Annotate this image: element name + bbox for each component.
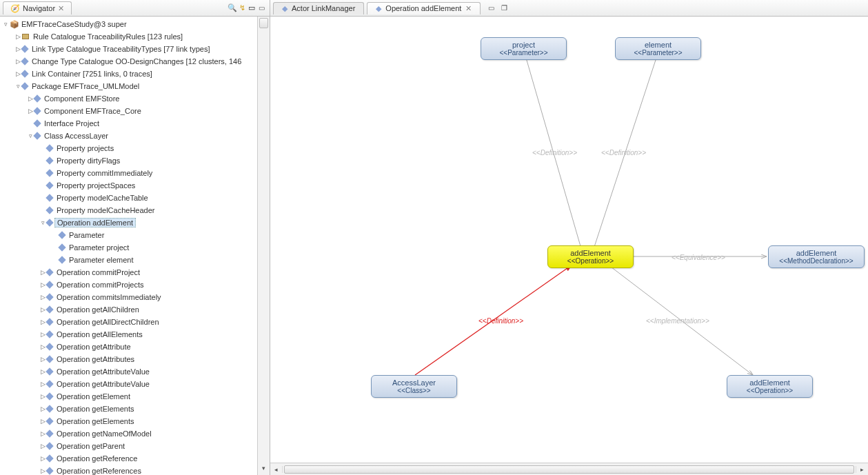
tree-item[interactable]: ▷Operation commitsImmediately — [0, 291, 270, 303]
diamond-icon — [46, 293, 53, 301]
tree-item[interactable]: ▷Operation getParent — [0, 440, 270, 452]
tree-item[interactable]: Property modelCacheHeader — [0, 204, 270, 216]
tab-operation-addelement[interactable]: ◆ Operation addElement ✕ — [367, 2, 481, 14]
navigator-header: 🧭 Navigator ✕ 🔍 ↯ ▭ ▭ — [0, 0, 270, 17]
diamond-icon — [46, 181, 53, 189]
tree-item[interactable]: Interface Project — [0, 117, 270, 130]
diamond-icon — [46, 367, 53, 375]
tree-item[interactable]: Parameter — [0, 229, 270, 241]
tree-item-label: Property commitImmediately — [54, 169, 154, 177]
diamond-icon — [58, 231, 65, 239]
tree-item[interactable]: ▷Link Type Catalogue TraceabilityTypes [… — [0, 43, 270, 55]
tree-item[interactable]: ▷Operation getElements — [0, 403, 270, 415]
diamond-icon — [46, 156, 53, 164]
scroll-left-icon[interactable]: ◂ — [270, 466, 283, 473]
tree-item[interactable]: ▷Operation getReferences — [0, 465, 270, 475]
tree-item[interactable]: ▷Link Container [7251 links, 0 traces] — [0, 68, 270, 80]
close-icon[interactable]: ✕ — [58, 4, 64, 13]
maximize-icon[interactable]: ❐ — [499, 4, 509, 12]
navigator-tree[interactable]: ▿ 📦 EMFTraceCaseStudy@3 super ▷Rule Cata… — [0, 17, 270, 475]
tree-item[interactable]: ▿Package EMFTrace_UMLModel — [0, 80, 270, 92]
tree-item-label: Link Type Catalogue TraceabilityTypes [7… — [30, 45, 212, 53]
tree-item[interactable]: ▷Operation getAttributes — [0, 353, 270, 365]
tree-item-label: Operation getAttributeValue — [54, 380, 152, 388]
chevron-down-icon[interactable]: ▿ — [1, 21, 10, 28]
node-addelement-methoddecl[interactable]: addElement <<MethodDeclaration>> — [768, 245, 865, 268]
tree-item[interactable]: ▷Operation getAttribute — [0, 341, 270, 353]
tree-item-label: Component EMFTrace_Core — [42, 107, 143, 115]
scroll-down-icon[interactable]: ▾ — [258, 463, 270, 475]
node-element-parameter[interactable]: element <<Parameter>> — [615, 37, 701, 60]
tree-item[interactable]: Property commitImmediately — [0, 167, 270, 179]
tree-item[interactable]: ▷Operation commitProjects — [0, 279, 270, 291]
tree-item-label: Property projects — [54, 144, 116, 152]
scroll-right-icon[interactable]: ▸ — [856, 466, 868, 473]
diamond-icon — [33, 132, 41, 139]
collapse-icon[interactable]: ▭ — [247, 3, 256, 13]
editor-tabbar: ◆ Actor LinkManager ◆ Operation addEleme… — [270, 0, 868, 17]
tree-item[interactable]: ▷Operation getAllDirectChildren — [0, 316, 270, 328]
root-label: EMFTraceCaseStudy@3 super — [19, 20, 129, 28]
diamond-icon — [46, 405, 53, 412]
diamond-icon — [46, 417, 53, 425]
minimize-icon[interactable]: ▭ — [256, 4, 267, 12]
tree-item[interactable]: ▿Class AccessLayer — [0, 130, 270, 142]
tree-item[interactable]: ▷Change Type Catalogue OO-DesignChanges … — [0, 55, 270, 68]
tree-item-label: Operation commitProject — [54, 268, 142, 276]
tree-item[interactable]: ▷Operation getAllChildren — [0, 303, 270, 316]
tree-item[interactable]: ▷Operation getAllElements — [0, 328, 270, 341]
navigator-tab[interactable]: 🧭 Navigator ✕ — [3, 1, 72, 14]
tree-item[interactable]: ▷Operation getElement — [0, 390, 270, 403]
scroll-thumb[interactable] — [284, 465, 854, 474]
tree-item[interactable]: ▷Component EMFStore — [0, 92, 270, 105]
tree-item[interactable]: ▷Operation getAttributeValue — [0, 378, 270, 390]
diagram-canvas[interactable]: project <<Parameter>> element <<Paramete… — [270, 17, 868, 463]
tree-item[interactable]: Property projects — [0, 142, 270, 154]
node-stereotype: <<Operation>> — [734, 387, 805, 394]
chevron-right-icon[interactable]: ▷ — [14, 33, 22, 40]
diamond-icon — [46, 206, 53, 214]
edge-label-definition-red: <<Definition>> — [478, 317, 523, 325]
node-stereotype: <<Operation>> — [555, 257, 626, 265]
diamond-icon — [46, 305, 53, 313]
edge-label-implementation: <<Implementation>> — [646, 317, 709, 325]
tree-item[interactable]: ▷Component EMFTrace_Core — [0, 105, 270, 117]
tree-item[interactable]: Property dirtyFlags — [0, 154, 270, 167]
diamond-icon — [46, 318, 53, 325]
node-stereotype: <<Parameter>> — [488, 49, 559, 57]
link-icon[interactable]: ↯ — [237, 3, 247, 13]
tree-item[interactable]: ▷Operation getElements — [0, 415, 270, 427]
diamond-icon — [46, 392, 53, 400]
tree-item[interactable]: ▷Operation getNameOfModel — [0, 427, 270, 440]
node-addelement-operation-center[interactable]: addElement <<Operation>> — [547, 245, 634, 268]
scroll-thumb[interactable] — [259, 18, 268, 28]
node-project-parameter[interactable]: project <<Parameter>> — [481, 37, 567, 60]
tree-item-label: Component EMFStore — [42, 94, 121, 103]
diamond-icon — [21, 57, 28, 65]
node-title: project — [488, 41, 559, 49]
tree-item[interactable]: ▷Operation getReference — [0, 452, 270, 465]
minimize-icon[interactable]: ▭ — [486, 4, 496, 12]
tree-item[interactable]: ▷Rule Catalogue TraceabilityRules [123 r… — [0, 30, 270, 43]
edge-label-equivalence: <<Equivalence>> — [672, 254, 725, 261]
tree-scrollbar-v[interactable]: ▴ ▾ — [257, 17, 270, 475]
editor-pane: ◆ Actor LinkManager ◆ Operation addEleme… — [270, 0, 868, 475]
tree-item[interactable]: Parameter element — [0, 254, 270, 266]
tree-item[interactable]: Property modelCacheTable — [0, 192, 270, 204]
node-addelement-operation-br[interactable]: addElement <<Operation>> — [727, 375, 813, 398]
tree-item[interactable]: ▿Operation addElement — [0, 216, 270, 229]
diamond-icon — [58, 256, 65, 263]
tab-actor-linkmanager[interactable]: ◆ Actor LinkManager — [273, 2, 364, 14]
search-icon[interactable]: 🔍 — [228, 3, 237, 13]
tree-item-label: Operation getReferences — [54, 467, 143, 475]
tree-item[interactable]: Parameter project — [0, 241, 270, 254]
tree-root[interactable]: ▿ 📦 EMFTraceCaseStudy@3 super — [0, 18, 270, 30]
tree-item[interactable]: ▷Operation commitProject — [0, 266, 270, 279]
close-icon[interactable]: ✕ — [465, 4, 472, 13]
tree-item[interactable]: Property projectSpaces — [0, 179, 270, 192]
tree-item[interactable]: ▷Operation getAttributeValue — [0, 365, 270, 378]
node-title: AccessLayer — [379, 378, 450, 387]
tree-item-label: Change Type Catalogue OO-DesignChanges [… — [30, 57, 243, 65]
canvas-scrollbar-h[interactable]: ◂ ▸ — [270, 463, 868, 475]
node-accesslayer-class[interactable]: AccessLayer <<Class>> — [371, 375, 457, 398]
